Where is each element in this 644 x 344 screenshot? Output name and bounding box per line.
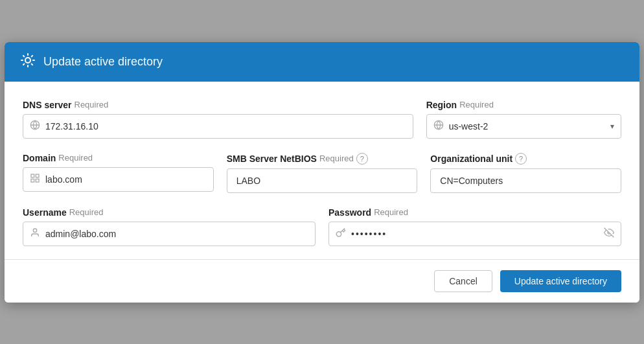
region-label: Region — [426, 100, 457, 110]
domain-icon — [30, 173, 40, 186]
active-directory-icon — [20, 52, 36, 71]
smb-input-wrapper — [227, 168, 418, 193]
orgunit-label-row: Organizational unit ? — [430, 153, 621, 165]
svg-rect-7 — [31, 179, 34, 182]
dns-input-wrapper — [23, 114, 413, 139]
password-label: Password — [328, 207, 371, 218]
dialog-overlay: Update active directory DNS server Requi… — [0, 0, 644, 344]
region-required: Required — [459, 100, 494, 109]
svg-rect-5 — [31, 174, 34, 178]
form-row-2: Domain Required — [23, 153, 621, 193]
username-group: Username Required — [23, 207, 316, 246]
orgunit-label: Organizational unit — [430, 154, 512, 164]
smb-group: SMB Server NetBIOS Required ? — [227, 153, 418, 193]
domain-label-row: Domain Required — [23, 153, 214, 163]
form-row-1: DNS server Required — [23, 100, 621, 139]
dialog: Update active directory DNS server Requi… — [5, 42, 639, 303]
username-input[interactable] — [45, 229, 308, 239]
username-label-row: Username Required — [23, 207, 316, 218]
svg-rect-8 — [36, 179, 39, 182]
svg-point-0 — [25, 58, 30, 63]
dialog-body: DNS server Required — [5, 82, 639, 259]
dns-group: DNS server Required — [23, 100, 413, 139]
chevron-down-icon: ▾ — [610, 122, 614, 131]
dns-label: DNS server — [23, 100, 72, 110]
dns-required: Required — [75, 100, 109, 109]
dns-input[interactable] — [45, 121, 406, 132]
cancel-button[interactable]: Cancel — [434, 270, 492, 292]
domain-label: Domain — [23, 153, 56, 163]
region-icon — [433, 120, 444, 133]
password-input[interactable] — [351, 229, 599, 239]
orgunit-help-icon[interactable]: ? — [515, 153, 527, 165]
domain-group: Domain Required — [23, 153, 214, 192]
password-label-row: Password Required — [328, 207, 621, 218]
smb-help-icon[interactable]: ? — [356, 153, 368, 165]
orgunit-group: Organizational unit ? — [430, 153, 621, 193]
region-select-wrapper: us-west-2 us-east-1 eu-west-1 ▾ — [426, 114, 621, 139]
user-icon — [30, 227, 40, 240]
orgunit-input-wrapper — [430, 168, 621, 193]
username-label: Username — [23, 207, 67, 218]
region-label-row: Region Required — [426, 100, 621, 110]
domain-input-wrapper — [23, 167, 214, 192]
smb-label: SMB Server NetBIOS — [227, 154, 317, 164]
form-row-3: Username Required — [23, 207, 621, 246]
password-input-wrapper — [328, 222, 621, 246]
region-group: Region Required us-west-2 — [426, 100, 621, 139]
smb-input[interactable] — [234, 176, 411, 186]
svg-point-9 — [33, 229, 36, 232]
svg-rect-6 — [36, 174, 39, 178]
username-input-wrapper — [23, 222, 316, 246]
password-toggle-icon[interactable] — [604, 227, 614, 240]
dialog-footer: Cancel Update active directory — [5, 259, 639, 303]
key-icon — [336, 227, 346, 240]
orgunit-input[interactable] — [437, 176, 614, 186]
dns-label-row: DNS server Required — [23, 100, 413, 110]
domain-required: Required — [58, 153, 93, 163]
submit-button[interactable]: Update active directory — [500, 270, 621, 292]
domain-input[interactable] — [45, 174, 207, 185]
dialog-title: Update active directory — [43, 55, 163, 69]
username-required: Required — [69, 207, 104, 217]
region-select[interactable]: us-west-2 us-east-1 eu-west-1 — [449, 121, 605, 132]
dns-icon — [30, 120, 40, 133]
smb-required: Required — [319, 154, 354, 163]
password-group: Password Required — [328, 207, 621, 246]
smb-label-row: SMB Server NetBIOS Required ? — [227, 153, 418, 165]
dialog-header: Update active directory — [5, 42, 639, 82]
password-required: Required — [374, 207, 408, 217]
